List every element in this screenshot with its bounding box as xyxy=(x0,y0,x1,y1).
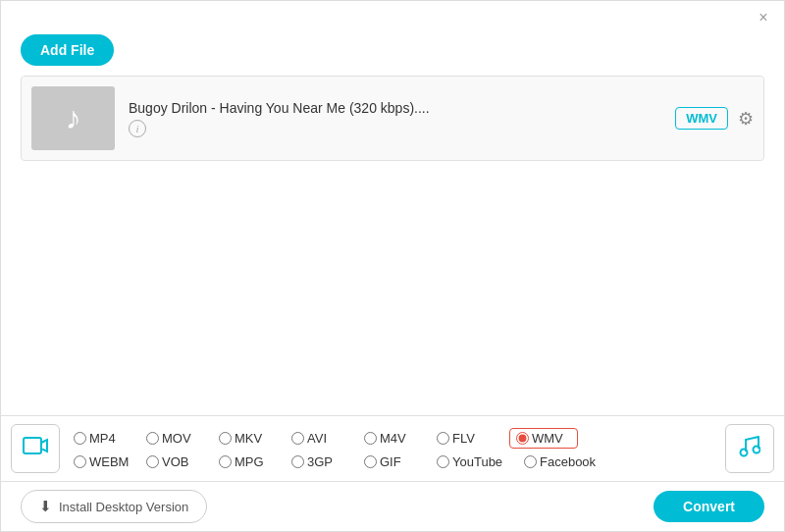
file-item: ♪ Bugoy Drilon - Having You Near Me (320… xyxy=(22,77,763,160)
format-row-2: WEBM VOB MPG 3GP GIF YouTube Facebook xyxy=(74,454,715,469)
svg-point-2 xyxy=(741,450,748,456)
file-name: Bugoy Drilon - Having You Near Me (320 k… xyxy=(129,100,675,116)
format-bar: MP4 MOV MKV AVI M4V FLV WMV xyxy=(1,415,784,482)
format-option-facebook[interactable]: Facebook xyxy=(524,454,607,469)
format-option-avi[interactable]: AVI xyxy=(291,431,360,446)
file-actions: WMV ⚙ xyxy=(675,107,754,130)
info-icon[interactable]: i xyxy=(129,120,146,137)
format-row-1: MP4 MOV MKV AVI M4V FLV WMV xyxy=(74,428,715,449)
audio-icon xyxy=(739,434,760,463)
audio-format-icon-box[interactable] xyxy=(725,424,774,473)
download-icon: ⬇ xyxy=(39,498,52,515)
add-file-button[interactable]: Add File xyxy=(21,34,114,66)
install-label: Install Desktop Version xyxy=(59,500,188,514)
format-option-webm[interactable]: WEBM xyxy=(74,454,142,469)
file-list: ♪ Bugoy Drilon - Having You Near Me (320… xyxy=(21,76,764,161)
music-icon: ♪ xyxy=(66,100,81,136)
svg-point-3 xyxy=(754,447,760,453)
toolbar: Add File xyxy=(1,30,784,76)
format-option-mov[interactable]: MOV xyxy=(146,431,215,446)
footer: ⬇ Install Desktop Version Convert xyxy=(1,482,784,531)
title-bar: × xyxy=(1,1,784,30)
format-option-vob[interactable]: VOB xyxy=(146,454,215,469)
format-option-mkv[interactable]: MKV xyxy=(219,431,288,446)
format-options: MP4 MOV MKV AVI M4V FLV WMV xyxy=(74,428,715,469)
format-option-wmv[interactable]: WMV xyxy=(509,428,578,449)
install-desktop-button[interactable]: ⬇ Install Desktop Version xyxy=(21,490,207,523)
close-button[interactable]: × xyxy=(755,9,772,27)
file-thumbnail: ♪ xyxy=(31,86,115,150)
content-area xyxy=(1,161,784,387)
settings-icon[interactable]: ⚙ xyxy=(738,108,754,130)
format-option-youtube[interactable]: YouTube xyxy=(437,454,520,469)
format-option-mpg[interactable]: MPG xyxy=(219,454,288,469)
video-icon xyxy=(23,435,48,462)
format-option-3gp[interactable]: 3GP xyxy=(291,454,360,469)
format-option-flv[interactable]: FLV xyxy=(437,431,505,446)
convert-button[interactable]: Convert xyxy=(654,491,764,522)
file-info: Bugoy Drilon - Having You Near Me (320 k… xyxy=(129,100,675,137)
svg-marker-1 xyxy=(41,440,47,452)
svg-rect-0 xyxy=(24,438,41,453)
video-format-icon-box[interactable] xyxy=(11,424,60,473)
format-option-m4v[interactable]: M4V xyxy=(364,431,433,446)
format-option-mp4[interactable]: MP4 xyxy=(74,431,142,446)
format-option-gif[interactable]: GIF xyxy=(364,454,433,469)
format-badge[interactable]: WMV xyxy=(675,107,728,130)
